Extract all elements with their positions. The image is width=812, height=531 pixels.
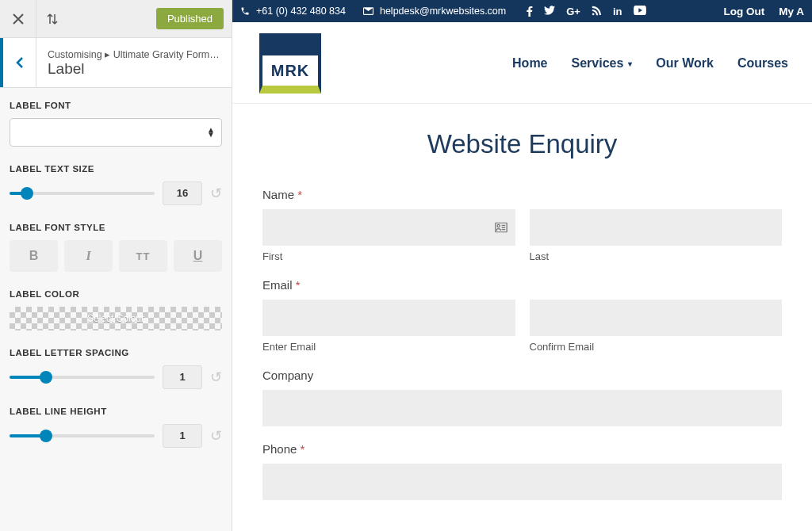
text-size-row: 16 ↺ xyxy=(10,181,222,205)
phone-label: Phone * xyxy=(262,442,782,456)
logout-link[interactable]: Log Out xyxy=(724,6,765,17)
nav-services-label: Services xyxy=(572,56,624,71)
close-button[interactable] xyxy=(0,0,36,38)
arrows-icon xyxy=(46,13,59,25)
text-size-value[interactable]: 16 xyxy=(163,181,202,205)
last-name-input[interactable] xyxy=(530,209,783,246)
nav-our-work[interactable]: Our Work xyxy=(656,56,714,71)
page-heading: Website Enquiry xyxy=(262,129,782,159)
name-field-row: Name * First Last xyxy=(262,188,782,262)
phone-input[interactable] xyxy=(262,464,782,500)
underline-button[interactable]: U xyxy=(174,240,222,272)
first-name-input[interactable] xyxy=(262,209,515,246)
linkedin-icon[interactable]: in xyxy=(613,6,622,17)
section-title-bar: Customising ▸ Ultimate Gravity Form… Lab… xyxy=(0,38,232,88)
topbar-email[interactable]: helpdesk@mrkwebsites.com xyxy=(380,6,506,17)
slider-thumb[interactable] xyxy=(40,430,52,442)
topbar: +61 (0) 432 480 834 helpdesk@mrkwebsites… xyxy=(232,0,812,22)
close-icon xyxy=(13,13,24,25)
back-button[interactable] xyxy=(0,38,36,87)
label-line-height-heading: LABEL LINE HEIGHT xyxy=(10,407,222,416)
company-label: Company xyxy=(262,369,782,382)
youtube-icon[interactable] xyxy=(634,6,646,17)
facebook-icon[interactable] xyxy=(527,6,533,17)
company-field-row: Company xyxy=(262,369,782,426)
enter-email-input[interactable] xyxy=(262,300,515,336)
topbar-phone[interactable]: +61 (0) 432 480 834 xyxy=(256,6,346,17)
page-content: Website Enquiry Name * First xyxy=(232,104,812,531)
nav-services[interactable]: Services ▾ xyxy=(572,56,633,71)
phone-field-row: Phone * xyxy=(262,442,782,500)
line-height-row: 1 ↺ xyxy=(10,424,222,448)
phone-label-text: Phone xyxy=(262,442,297,456)
company-input[interactable] xyxy=(262,390,782,426)
required-mark: * xyxy=(297,188,302,201)
name-label: Name * xyxy=(262,188,782,201)
text-size-reset[interactable]: ↺ xyxy=(210,185,222,202)
site-header: MRK Home Services ▾ Our Work Courses xyxy=(232,22,812,104)
panel-header: Published xyxy=(0,0,232,38)
section-title: Label xyxy=(48,60,220,78)
color-select-button[interactable]: Select Colour xyxy=(10,307,222,330)
topbar-left: +61 (0) 432 480 834 helpdesk@mrkwebsites… xyxy=(240,6,646,17)
envelope-icon xyxy=(363,7,373,15)
line-height-slider[interactable] xyxy=(10,434,155,437)
device-toggle[interactable] xyxy=(36,13,73,25)
topbar-right: Log Out My A xyxy=(724,6,805,17)
nav-courses[interactable]: Courses xyxy=(737,56,788,71)
section-title-content: Customising ▸ Ultimate Gravity Form… Lab… xyxy=(36,40,232,86)
contact-card-icon xyxy=(495,223,508,233)
confirm-email-input[interactable] xyxy=(530,300,783,336)
label-letter-spacing-heading: LABEL LETTER SPACING xyxy=(10,348,222,357)
slider-thumb[interactable] xyxy=(21,187,33,200)
slider-thumb[interactable] xyxy=(40,371,52,384)
required-mark: * xyxy=(296,278,301,292)
confirm-email-sub-label: Confirm Email xyxy=(530,341,783,353)
controls-area: LABEL FONT ▲▼ LABEL TEXT SIZE 16 ↺ LABEL… xyxy=(0,88,232,531)
email-field-row: Email * Enter Email Confirm Email xyxy=(262,278,782,353)
first-sub-label: First xyxy=(262,250,515,262)
svg-point-4 xyxy=(497,224,500,227)
italic-button[interactable]: I xyxy=(64,240,113,272)
label-text-size-heading: LABEL TEXT SIZE xyxy=(10,164,222,174)
rss-icon[interactable] xyxy=(592,6,602,17)
text-size-slider[interactable] xyxy=(10,192,155,195)
name-label-text: Name xyxy=(262,188,294,201)
customizer-panel: Published Customising ▸ Ultimate Gravity… xyxy=(0,0,232,531)
googleplus-icon[interactable]: G+ xyxy=(566,6,580,17)
required-mark: * xyxy=(301,442,305,456)
line-height-value[interactable]: 1 xyxy=(163,424,202,448)
font-style-buttons: B I TT U xyxy=(10,240,222,272)
letter-spacing-slider[interactable] xyxy=(10,376,155,379)
publish-button[interactable]: Published xyxy=(156,8,224,29)
my-account-link[interactable]: My A xyxy=(779,6,804,17)
letter-spacing-row: 1 ↺ xyxy=(10,365,222,389)
label-font-heading: LABEL FONT xyxy=(10,101,222,110)
site-preview: +61 (0) 432 480 834 helpdesk@mrkwebsites… xyxy=(232,0,812,531)
bold-button[interactable]: B xyxy=(10,240,58,272)
letter-spacing-value[interactable]: 1 xyxy=(163,365,202,389)
twitter-icon[interactable] xyxy=(544,6,555,17)
uppercase-button[interactable]: TT xyxy=(119,240,167,272)
last-sub-label: Last xyxy=(530,250,783,262)
letter-spacing-reset[interactable]: ↺ xyxy=(210,369,222,386)
email-label: Email * xyxy=(262,278,782,292)
select-chevron-icon: ▲▼ xyxy=(207,128,215,137)
logo-text: MRK xyxy=(271,62,310,80)
phone-icon xyxy=(240,6,250,16)
enter-email-sub-label: Enter Email xyxy=(262,341,515,353)
label-color-heading: LABEL COLOR xyxy=(10,289,222,299)
social-icons: G+ in xyxy=(527,6,645,17)
breadcrumb: Customising ▸ Ultimate Gravity Form… xyxy=(48,48,220,60)
email-label-text: Email xyxy=(262,278,293,292)
line-height-reset[interactable]: ↺ xyxy=(210,427,222,445)
main-nav: Home Services ▾ Our Work Courses xyxy=(512,56,788,71)
label-font-select[interactable]: ▲▼ xyxy=(10,118,222,147)
label-font-style-heading: LABEL FONT STYLE xyxy=(10,223,222,232)
chevron-down-icon: ▾ xyxy=(628,59,632,68)
site-logo[interactable]: MRK xyxy=(259,33,321,94)
nav-home[interactable]: Home xyxy=(512,56,547,71)
chevron-left-icon xyxy=(16,56,24,69)
